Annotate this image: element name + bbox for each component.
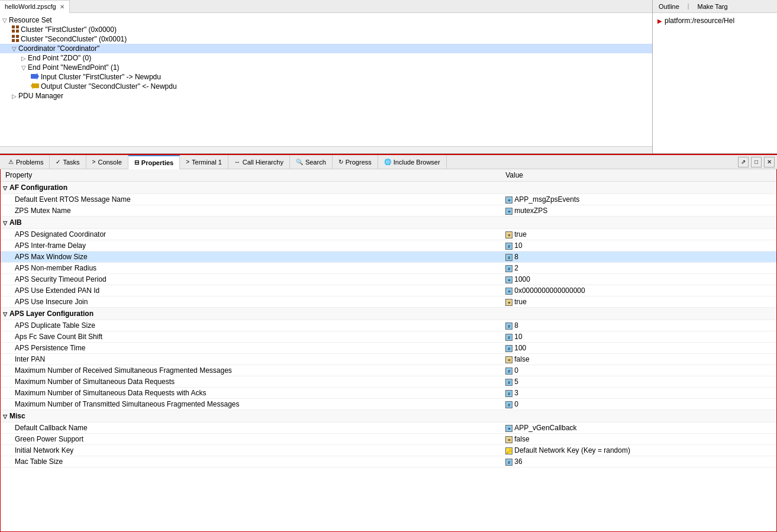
tree-item-label: Input Cluster "FirstCluster" -> Newpdu [41, 73, 161, 81]
property-value-cell[interactable]: #8 [501, 252, 776, 263]
tree-item-icon: ▽ [12, 46, 17, 52]
value-type-icon: # [505, 323, 512, 330]
table-row[interactable]: Green Power Support≡false [1, 434, 776, 445]
outline-tab-outline[interactable]: Outline [655, 2, 683, 11]
property-category-row[interactable]: ▽AIB [1, 217, 776, 229]
tree-item[interactable]: Output Cluster "SecondCluster" <- Newpdu [0, 82, 652, 91]
property-value-text: false [514, 355, 529, 363]
property-category-row[interactable]: ▽Misc [1, 410, 776, 423]
tree-item[interactable]: ▽ Resource Set [0, 15, 652, 25]
bottom-tab-console[interactable]: >Console [86, 155, 128, 169]
property-value-cell[interactable]: ≡true [501, 296, 776, 308]
bottom-tab-progress[interactable]: ↻Progress [333, 155, 378, 169]
property-value-cell[interactable]: #10 [501, 240, 776, 252]
property-value-cell[interactable]: 🔑Default Network Key (Key = random) [501, 445, 776, 456]
property-value-cell[interactable]: #5 [501, 376, 776, 388]
tab-icon: ⚠ [8, 159, 14, 165]
bottom-tab-include-browser[interactable]: 🌐Include Browser [378, 155, 447, 169]
property-name-cell: Default Event RTOS Message Name [1, 194, 501, 205]
property-value-cell[interactable]: #100 [501, 343, 776, 354]
editor-area: helloWorld.zpscfg ✕ ▽ Resource Set Clust… [0, 0, 777, 154]
property-value-cell[interactable]: ≡true [501, 229, 776, 240]
outline-panel: Outline | Make Targ ▶ platform:/resource… [653, 0, 777, 153]
property-value-cell[interactable]: #10 [501, 331, 776, 343]
property-name-cell: Initial Network Key [1, 445, 501, 456]
category-cell: ▽APS Layer Configuration [1, 308, 776, 320]
table-row[interactable]: APS Security Timeout Period≡1000 [1, 274, 776, 285]
table-row[interactable]: ZPS Mutex Name≡mutexZPS [1, 205, 776, 217]
editor-tab-close[interactable]: ✕ [60, 4, 65, 10]
tree-item[interactable]: Input Cluster "FirstCluster" -> Newpdu [0, 72, 652, 82]
bottom-tab-call-hierarchy[interactable]: ↔Call Hierarchy [228, 155, 290, 169]
horizontal-scrollbar[interactable] [0, 146, 652, 153]
properties-table: Property Value ▽AF ConfigurationDefault … [1, 169, 776, 467]
property-category-row[interactable]: ▽APS Layer Configuration [1, 308, 776, 320]
table-row[interactable]: Inter PAN≡false [1, 354, 776, 365]
value-type-icon: # [505, 367, 512, 375]
restore-button[interactable]: □ [751, 157, 762, 167]
category-arrow: ▽ [3, 311, 7, 317]
tab-icon: ⊟ [134, 159, 139, 166]
table-row[interactable]: Maximum Number of Transmitted Simultaneo… [1, 399, 776, 410]
category-cell: ▽AIB [1, 217, 776, 229]
bottom-tab-properties[interactable]: ⊟Properties [128, 155, 180, 169]
table-row[interactable]: APS Designated Coordinator≡true [1, 229, 776, 240]
property-value-cell[interactable]: ≡false [501, 434, 776, 445]
property-value-cell[interactable]: #36 [501, 456, 776, 467]
close-button[interactable]: ✕ [764, 157, 775, 167]
tree-item[interactable]: ▽ End Point "NewEndPoint" (1) [0, 63, 652, 72]
outline-tab-make-target[interactable]: Make Targ [694, 2, 731, 11]
table-row[interactable]: Maximum Number of Simultaneous Data Requ… [1, 388, 776, 399]
property-value-cell[interactable]: ≡APP_vGenCallback [501, 423, 776, 434]
table-row[interactable]: Default Callback Name≡APP_vGenCallback [1, 423, 776, 434]
property-value-text: 0 [514, 366, 518, 375]
tree-item[interactable]: ▷ PDU Manager [0, 91, 652, 101]
table-row[interactable]: APS Non-member Radius#2 [1, 263, 776, 274]
property-value-text: 0 [514, 400, 518, 408]
property-value-cell[interactable]: #8 [501, 320, 776, 331]
table-row[interactable]: APS Persistence Time#100 [1, 343, 776, 354]
property-category-row[interactable]: ▽AF Configuration [1, 182, 776, 194]
table-row[interactable]: APS Use Insecure Join≡true [1, 296, 776, 308]
svg-rect-3 [16, 30, 19, 33]
tree-item[interactable]: ▽ Coordinator "Coordinator" [0, 44, 652, 53]
property-value-cell[interactable]: ≡0x0000000000000000 [501, 285, 776, 296]
properties-content[interactable]: Property Value ▽AF ConfigurationDefault … [0, 169, 777, 532]
maximize-button[interactable]: ⇗ [738, 157, 749, 167]
outline-item: ▶ platform:/resource/Hel [657, 15, 772, 26]
bottom-tab-terminal-1[interactable]: >Terminal 1 [180, 155, 228, 169]
property-name-cell: APS Non-member Radius [1, 263, 501, 274]
tree-item[interactable]: Cluster "SecondCluster" (0x0001) [0, 34, 652, 44]
bottom-tab-problems[interactable]: ⚠Problems [2, 155, 50, 169]
tree-item[interactable]: Cluster "FirstCluster" (0x0000) [0, 25, 652, 34]
table-row[interactable]: Mac Table Size#36 [1, 456, 776, 467]
property-value-cell[interactable]: ≡false [501, 354, 776, 365]
property-value-text: APP_vGenCallback [514, 424, 576, 432]
col-header-property: Property [1, 169, 501, 182]
table-row[interactable]: Maximum Number of Received Simultaneous … [1, 365, 776, 376]
table-row[interactable]: APS Use Extended PAN Id≡0x00000000000000… [1, 285, 776, 296]
value-type-icon: # [505, 254, 512, 261]
table-row[interactable]: Initial Network Key🔑Default Network Key … [1, 445, 776, 456]
table-row[interactable]: APS Duplicate Table Size#8 [1, 320, 776, 331]
property-value-cell[interactable]: ≡mutexZPS [501, 205, 776, 217]
editor-tab[interactable]: helloWorld.zpscfg ✕ [0, 0, 70, 13]
table-row[interactable]: Maximum Number of Simultaneous Data Requ… [1, 376, 776, 388]
bottom-tab-tasks[interactable]: ✓Tasks [50, 155, 86, 169]
property-value-cell[interactable]: ≡1000 [501, 274, 776, 285]
outline-content: ▶ platform:/resource/Hel [653, 13, 777, 153]
bottom-tab-search[interactable]: 🔍Search [290, 155, 333, 169]
table-row[interactable]: Aps Fc Save Count Bit Shift#10 [1, 331, 776, 343]
table-row[interactable]: Default Event RTOS Message Name≡APP_msgZ… [1, 194, 776, 205]
property-value-cell[interactable]: ≡APP_msgZpsEvents [501, 194, 776, 205]
tree-item[interactable]: ▷ End Point "ZDO" (0) [0, 53, 652, 63]
property-value-cell[interactable]: #3 [501, 388, 776, 399]
property-value-cell[interactable]: #0 [501, 365, 776, 376]
property-name-cell: APS Designated Coordinator [1, 229, 501, 240]
table-row[interactable]: APS Max Window Size#8 [1, 252, 776, 263]
bottom-tab-bar: ⚠Problems✓Tasks>Console⊟Properties>Termi… [0, 155, 777, 169]
property-value-text: 8 [514, 321, 518, 330]
table-row[interactable]: APS Inter-frame Delay#10 [1, 240, 776, 252]
property-value-cell[interactable]: #0 [501, 399, 776, 410]
property-value-cell[interactable]: #2 [501, 263, 776, 274]
